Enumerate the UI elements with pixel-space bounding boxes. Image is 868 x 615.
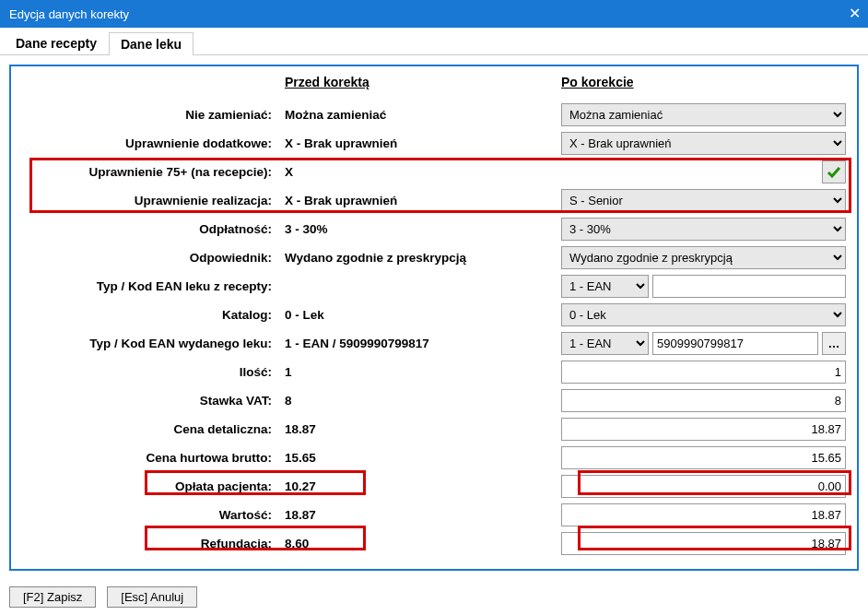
before-katalog: 0 - Lek (279, 301, 556, 329)
tab-dane-recepty[interactable]: Dane recepty (4, 31, 109, 54)
select-nie-zamieniac[interactable]: Można zamieniać (561, 103, 846, 126)
checkmark-icon (827, 165, 841, 180)
label-upr-75: Uprawnienie 75+ (na recepcie): (17, 158, 279, 186)
label-katalog: Katalog: (17, 301, 279, 329)
before-typ-ean-wydany: 1 - EAN / 5909990799817 (279, 329, 556, 358)
before-upr-75: X (279, 158, 556, 186)
select-odpowiednik[interactable]: Wydano zgodnie z preskrypcją (561, 246, 846, 269)
label-upr-realizacja: Uprawnienie realizacja: (17, 186, 279, 215)
close-icon[interactable]: ✕ (849, 6, 861, 21)
before-upr-dodatkowe: X - Brak uprawnień (279, 129, 556, 158)
before-odpowiednik: Wydano zgodnie z preskrypcją (279, 243, 556, 272)
input-ilosc[interactable] (561, 361, 846, 384)
before-cena-det: 18.87 (279, 415, 556, 444)
tabs: Dane recepty Dane leku (0, 28, 868, 55)
before-typ-ean-recepty (279, 272, 556, 301)
before-ilosc: 1 (279, 358, 556, 386)
cancel-button[interactable]: [Esc] Anuluj (107, 586, 197, 608)
label-odpowiednik: Odpowiednik: (17, 243, 279, 272)
header-before: Przed korektą (279, 72, 556, 101)
input-vat[interactable] (561, 389, 846, 412)
input-ean-wydany[interactable] (652, 332, 818, 355)
input-cena-hurt[interactable] (561, 446, 846, 469)
before-nie-zamieniac: Można zamieniać (279, 101, 556, 129)
select-typ-ean-wydany[interactable]: 1 - EAN (561, 332, 649, 355)
input-wartosc[interactable] (561, 503, 846, 526)
label-cena-det: Cena detaliczna: (17, 415, 279, 444)
before-cena-hurt: 15.65 (279, 444, 556, 472)
before-upr-realizacja: X - Brak uprawnień (279, 186, 556, 215)
label-cena-hurt: Cena hurtowa brutto: (17, 444, 279, 472)
input-ean-recepty[interactable] (652, 275, 846, 298)
label-typ-ean-recepty: Typ / Kod EAN leku z recepty: (17, 272, 279, 301)
header-after: Po korekcie (556, 72, 851, 101)
save-button[interactable]: [F2] Zapisz (9, 586, 96, 608)
input-cena-det[interactable] (561, 418, 846, 441)
browse-ean-button[interactable]: … (822, 332, 846, 355)
label-nie-zamieniac: Nie zamieniać: (17, 101, 279, 129)
select-odplatnosc[interactable]: 3 - 30% (561, 218, 846, 241)
tab-dane-leku[interactable]: Dane leku (109, 32, 194, 55)
select-upr-dodatkowe[interactable]: X - Brak uprawnień (561, 132, 846, 155)
highlight-box-2a (145, 470, 366, 495)
check-upr-75[interactable] (822, 160, 846, 183)
titlebar: Edycja danych korekty ✕ (0, 0, 868, 28)
highlight-box-3a (145, 526, 366, 550)
label-ilosc: Ilość: (17, 358, 279, 386)
window-title: Edycja danych korekty (9, 7, 129, 21)
select-katalog[interactable]: 0 - Lek (561, 303, 846, 326)
footer: [F2] Zapisz [Esc] Anuluj (9, 586, 197, 608)
label-vat: Stawka VAT: (17, 386, 279, 415)
before-vat: 8 (279, 386, 556, 415)
select-upr-realizacja[interactable]: S - Senior (561, 189, 846, 212)
select-typ-ean-recepty[interactable]: 1 - EAN (561, 275, 649, 298)
before-odplatnosc: 3 - 30% (279, 215, 556, 243)
highlight-box-3b (578, 526, 851, 550)
label-typ-ean-wydany: Typ / Kod EAN wydanego leku: (17, 329, 279, 358)
form-panel: Przed korektą Po korekcie Nie zamieniać:… (9, 65, 859, 571)
label-odplatnosc: Odpłatność: (17, 215, 279, 243)
label-upr-dodatkowe: Uprawnienie dodatkowe: (17, 129, 279, 158)
highlight-box-2b (578, 470, 851, 495)
